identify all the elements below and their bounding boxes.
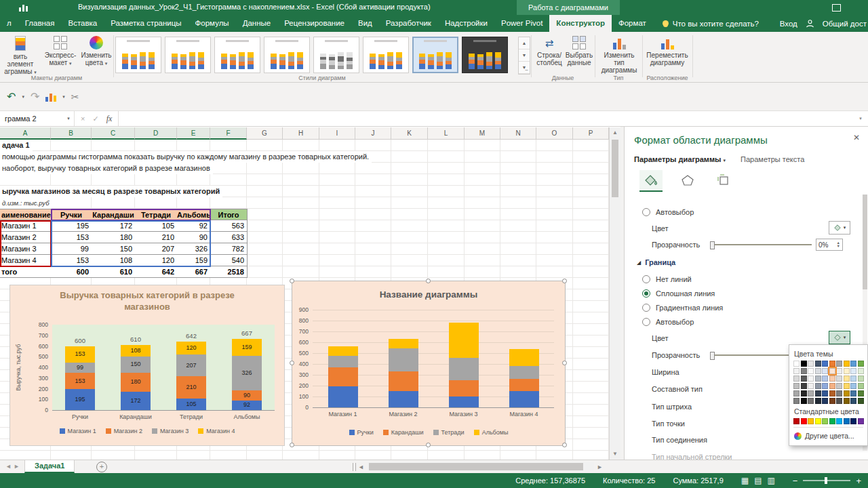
color-swatch[interactable]: [801, 361, 807, 367]
chart-style-thumbnail-8[interactable]: [462, 37, 508, 73]
color-swatch[interactable]: [801, 368, 807, 374]
chart-icon[interactable]: [19, 3, 30, 12]
chart-title[interactable]: Название диаграммы: [327, 289, 530, 301]
table-cell[interactable]: Магазин 2: [0, 232, 52, 243]
redo-button[interactable]: ↷: [31, 92, 39, 102]
add-sheet-button[interactable]: +: [96, 462, 107, 472]
tab-chart-options[interactable]: Параметры диаграммы ▾: [634, 155, 726, 163]
fill-transparency-value[interactable]: 0%▲▼: [816, 239, 843, 251]
color-swatch[interactable]: [815, 383, 821, 389]
color-swatch[interactable]: [836, 390, 842, 396]
table-cell[interactable]: 99: [51, 243, 92, 255]
select-data-button[interactable]: Выбрать данные: [565, 36, 593, 66]
fill-transparency-slider[interactable]: [710, 244, 812, 245]
ribbon-tab-9[interactable]: Надстройки: [438, 15, 494, 32]
sheet-nav-right-icon[interactable]: ►: [14, 463, 20, 470]
sheet-text-row[interactable]: наоборот, выручку товарных категорий в р…: [0, 163, 213, 174]
color-swatch[interactable]: [808, 398, 814, 404]
enter-icon[interactable]: ✓: [92, 115, 98, 123]
color-swatch[interactable]: [815, 361, 821, 367]
normal-view-icon[interactable]: ▦: [741, 476, 749, 485]
color-swatch[interactable]: [829, 361, 835, 367]
color-swatch[interactable]: [793, 418, 800, 424]
table-cell[interactable]: 610: [92, 266, 136, 278]
table-cell[interactable]: Ручки: [51, 209, 92, 220]
table-cell[interactable]: 150: [92, 243, 136, 255]
table-cell[interactable]: 92: [177, 220, 211, 232]
color-swatch[interactable]: [858, 383, 864, 389]
ribbon-tab-2[interactable]: Вставка: [62, 15, 104, 32]
chart-style-thumbnail-1[interactable]: [115, 37, 161, 73]
sheet-tab-active[interactable]: Задача1: [24, 460, 75, 473]
table-cell[interactable]: 326: [177, 243, 211, 255]
ribbon-tab-8[interactable]: Разработчик: [379, 15, 438, 32]
color-swatch[interactable]: [844, 375, 850, 382]
selection-handle[interactable]: [426, 443, 431, 447]
color-swatch[interactable]: [822, 418, 828, 424]
color-swatch[interactable]: [815, 368, 821, 374]
table-cell[interactable]: 120: [135, 255, 178, 266]
table-cell[interactable]: аименование: [0, 209, 52, 220]
undo-dropdown-icon[interactable]: ▾: [22, 94, 24, 100]
border-section-header[interactable]: ◢ Граница: [637, 258, 675, 266]
table-cell[interactable]: 153: [51, 232, 92, 243]
color-swatch[interactable]: [858, 368, 864, 374]
ribbon-tab-11[interactable]: Конструктор: [549, 15, 612, 32]
table-cell[interactable]: Магазин 3: [0, 243, 52, 255]
table-cell[interactable]: 105: [135, 220, 178, 232]
chart-quick-button[interactable]: [45, 92, 56, 102]
bar-segment[interactable]: [389, 348, 418, 371]
color-swatch[interactable]: [801, 398, 807, 404]
move-chart-button[interactable]: Переместить диаграмму: [646, 36, 689, 66]
color-swatch[interactable]: [844, 390, 850, 396]
color-swatch[interactable]: [858, 390, 864, 396]
bar-segment[interactable]: [449, 380, 479, 396]
color-swatch[interactable]: [829, 398, 835, 404]
bar-segment[interactable]: [449, 396, 479, 407]
color-swatch[interactable]: [815, 418, 821, 424]
scrollbar-splitter[interactable]: [353, 463, 356, 471]
table-cell[interactable]: Альбомы: [177, 209, 211, 220]
bar-segment[interactable]: [509, 349, 539, 366]
color-swatch[interactable]: [801, 383, 807, 389]
column-header-K[interactable]: K: [391, 127, 428, 140]
bar-segment[interactable]: [389, 391, 418, 407]
table-cell[interactable]: 667: [177, 266, 211, 278]
formula-bar-expand-icon[interactable]: ▾: [853, 111, 868, 126]
bar-segment[interactable]: [509, 379, 539, 390]
color-swatch[interactable]: [836, 375, 842, 382]
table-cell[interactable]: 195: [51, 220, 92, 232]
more-colors-button[interactable]: Другие цвета...: [793, 430, 863, 441]
color-swatch[interactable]: [829, 375, 835, 382]
color-swatch[interactable]: [836, 361, 842, 367]
column-header-H[interactable]: H: [283, 127, 319, 140]
ribbon-tab-7[interactable]: Вид: [351, 15, 379, 32]
table-cell[interactable]: 90: [177, 232, 211, 243]
table-cell[interactable]: Итого: [210, 209, 248, 220]
color-swatch[interactable]: [801, 375, 807, 382]
bar-segment[interactable]: [509, 391, 539, 407]
change-chart-type-button[interactable]: Изменить тип диаграммы: [599, 36, 639, 74]
color-swatch[interactable]: [836, 418, 842, 424]
column-header-M[interactable]: M: [465, 127, 500, 140]
color-swatch[interactable]: [808, 418, 814, 424]
ribbon-tab-12[interactable]: Формат: [612, 15, 653, 32]
zoom-in-icon[interactable]: +: [856, 476, 861, 485]
ribbon-tab-6[interactable]: Рецензирование: [277, 15, 351, 32]
table-cell[interactable]: 782: [210, 243, 248, 255]
color-swatch[interactable]: [858, 398, 864, 404]
name-box-dropdown-icon[interactable]: ▾: [63, 111, 75, 126]
selection-handle[interactable]: [562, 361, 567, 365]
color-swatch[interactable]: [850, 383, 856, 389]
color-swatch[interactable]: [858, 361, 864, 367]
color-swatch[interactable]: [808, 368, 814, 374]
bar-segment[interactable]: [328, 367, 358, 386]
color-swatch[interactable]: [793, 361, 800, 367]
tell-me[interactable]: Что вы хотите сделать?: [663, 15, 759, 32]
cut-button[interactable]: ✂: [71, 92, 79, 102]
color-swatch[interactable]: [850, 390, 856, 396]
table-cell[interactable]: Магазин 1: [0, 220, 52, 232]
ribbon-tab-10[interactable]: Power Pivot: [494, 15, 549, 32]
color-swatch[interactable]: [844, 383, 850, 389]
zoom-slider[interactable]: [803, 480, 850, 481]
